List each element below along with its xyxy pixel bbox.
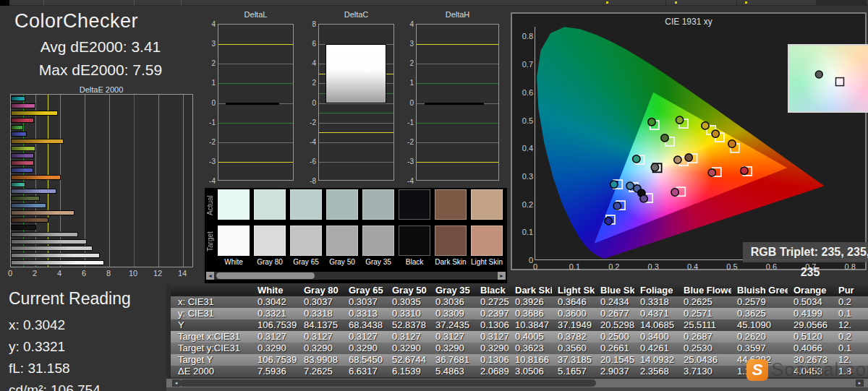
axis-tick-label: 2 — [398, 59, 414, 67]
table-header-cell: Blue Sky — [595, 284, 634, 296]
watermark-text: Soomal.com — [771, 358, 868, 381]
table-cell: 83.9908 — [298, 354, 343, 366]
chart-plot-dh — [416, 24, 499, 181]
swatch-actual[interactable] — [326, 189, 358, 220]
table-cell: 0.3127 — [430, 331, 475, 343]
swatch-name: Gray 50 — [324, 258, 360, 266]
swatch-target[interactable] — [254, 225, 286, 256]
swatch-name: Light Skin — [469, 258, 505, 266]
table-cell: 0.3127 — [386, 331, 430, 343]
top-divider — [43, 0, 44, 6]
reference-line — [134, 95, 135, 267]
table-cell: 0.3290 — [430, 343, 475, 354]
axis-tick-label: 0 — [524, 262, 546, 271]
swatch-target[interactable] — [326, 225, 358, 256]
swatch-target[interactable] — [471, 225, 503, 256]
table-row-label: Target y:CIE31 — [171, 343, 252, 354]
axis-tick-label: 12 — [150, 269, 166, 278]
table-cell: 0.2687 — [678, 331, 731, 343]
table-cell: 0.2434 — [595, 296, 634, 308]
swatch-actual[interactable] — [435, 189, 467, 220]
swatch-actual[interactable] — [471, 189, 503, 220]
chart-plot-dc — [318, 24, 394, 181]
chart-title-dc: DeltaC — [304, 10, 409, 19]
axis-tick-label: 4 — [200, 20, 216, 28]
cie-measured-point — [626, 182, 634, 189]
table-cell: 106.7539 — [252, 319, 298, 331]
cie-measured-point — [702, 122, 709, 129]
deltae-bar — [11, 203, 46, 208]
swatch-actual[interactable] — [399, 189, 430, 220]
table-header-cell: Pur — [833, 284, 868, 296]
grid-line — [218, 64, 293, 64]
scrollbar-thumb[interactable] — [216, 272, 315, 279]
table-cell: 0.4066 — [788, 343, 833, 354]
table-cell: 20.1545 — [595, 354, 634, 366]
top-indicator-dot — [606, 1, 608, 4]
axis-tick-label: 6 — [300, 40, 316, 48]
table-cell: 10.3847 — [509, 319, 552, 331]
axis-tick-label: 0.3 — [642, 262, 664, 271]
swatch-target[interactable] — [399, 225, 430, 256]
table-cell: 106.7539 — [252, 354, 298, 366]
axis-tick-label: -4 — [398, 177, 414, 185]
deltae-bar — [11, 225, 36, 230]
scroll-left-button[interactable]: ◄ — [206, 272, 214, 280]
swatch-actual[interactable] — [290, 189, 322, 220]
table-cell: 2.3568 — [634, 366, 678, 377]
cie-measured-point — [685, 154, 692, 161]
scrollbar-thumb[interactable] — [179, 379, 596, 387]
table-header-cell: Gray 35 — [430, 284, 475, 296]
deltae-bar — [11, 125, 23, 130]
reference-line-yellow — [319, 132, 393, 133]
table-cell: 0.3127 — [343, 331, 386, 343]
whitepoint-inset — [788, 44, 868, 113]
inset-markers — [789, 46, 868, 111]
table-cell: 0.4199 — [788, 308, 833, 319]
chart-title-dh: DeltaH — [401, 10, 514, 19]
axis-tick-label: 0.7 — [516, 60, 533, 69]
swatch-row-label: Target — [206, 226, 216, 257]
deltae-bar — [11, 132, 27, 137]
axis-tick-label: 8 — [300, 20, 316, 28]
axis-tick-label: 0.8 — [516, 32, 533, 40]
table-cell: 84.1375 — [298, 319, 343, 331]
table-cell: 2.9037 — [595, 366, 634, 377]
table-cell: 0.2625 — [678, 296, 731, 308]
table-cell: 0.3623 — [509, 343, 552, 354]
table-cell: 0.3127 — [252, 331, 298, 343]
deltae-bar — [11, 218, 48, 223]
table-cell: 0.3926 — [509, 296, 552, 308]
zero-value-bar — [226, 103, 279, 105]
swatch-target[interactable] — [362, 225, 394, 256]
inset-measured-point — [815, 71, 822, 78]
table-cell: 2.0689 — [475, 366, 509, 377]
swatch-scrollbar[interactable]: ◄► — [206, 272, 506, 280]
cie-measured-point — [671, 189, 678, 196]
table-cell: 0.2530 — [678, 343, 731, 354]
table-cell: 0.3309 — [430, 308, 475, 319]
deltae-bar — [11, 196, 40, 201]
swatch-name: Gray 80 — [252, 258, 288, 266]
colorchecker-header: ColorChecker Avg dE2000: 3.41 Max dE2000… — [10, 10, 205, 79]
swatch-actual[interactable] — [254, 189, 286, 220]
cie-measured-point — [712, 130, 719, 137]
scroll-right-button[interactable]: ► — [498, 272, 506, 280]
max-de2000: Max dE2000: 7.59 — [10, 61, 191, 79]
chart-plot-dl — [218, 24, 294, 181]
table-cell: 0.1 — [833, 308, 868, 319]
reference-line-yellow — [218, 44, 293, 45]
table-cell: 0.2677 — [595, 308, 634, 319]
grid-line — [417, 64, 498, 64]
table-cell: 29.0566 — [788, 319, 833, 331]
swatch-target[interactable] — [435, 225, 467, 256]
table-cell: 7.2625 — [298, 366, 343, 377]
table-cell: 0.3600 — [552, 308, 595, 319]
swatch-target[interactable] — [290, 225, 322, 256]
swatch-actual[interactable] — [218, 189, 250, 220]
axis-tick-label: 0.6 — [516, 88, 533, 97]
axis-tick-label: 10 — [125, 269, 141, 278]
swatch-target[interactable] — [218, 225, 250, 256]
axis-tick-label: 1 — [200, 79, 216, 87]
swatch-actual[interactable] — [362, 189, 394, 220]
